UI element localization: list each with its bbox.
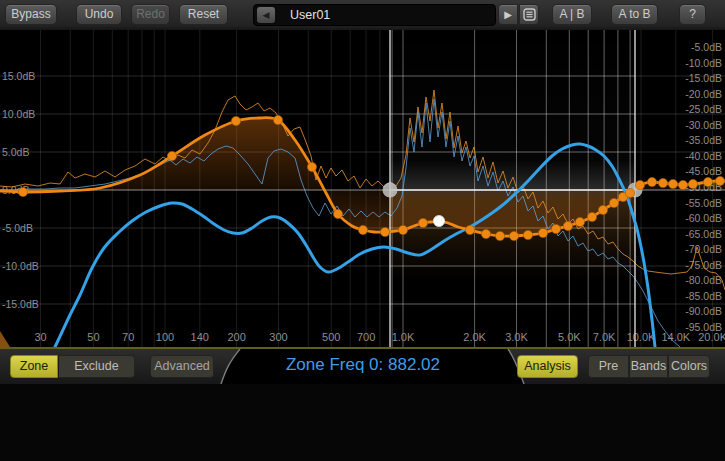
svg-text:-90.0dB: -90.0dB [685, 305, 722, 317]
undo-button[interactable]: Undo [76, 4, 122, 25]
eq-node[interactable] [668, 179, 677, 188]
eq-node[interactable] [509, 231, 518, 240]
eq-node[interactable] [678, 180, 687, 189]
eq-node[interactable] [398, 225, 407, 234]
eq-node[interactable] [575, 217, 584, 226]
eq-node[interactable] [495, 231, 504, 240]
svg-text:-20.0dB: -20.0dB [685, 88, 722, 100]
analyzer-lf-wedge [0, 331, 10, 347]
svg-text:7.0K: 7.0K [593, 331, 616, 343]
exclude-tab[interactable]: Exclude [58, 355, 135, 378]
svg-text:140: 140 [191, 331, 209, 343]
list-icon [523, 8, 536, 21]
svg-text:10.0K: 10.0K [627, 331, 656, 343]
svg-text:-70.0dB: -70.0dB [685, 243, 722, 255]
svg-text:1.0K: 1.0K [392, 331, 415, 343]
svg-text:-60.0dB: -60.0dB [685, 212, 722, 224]
eq-node[interactable] [380, 227, 389, 236]
svg-text:-15.0dB: -15.0dB [685, 72, 722, 84]
eq-node[interactable] [18, 187, 27, 196]
analysis-button[interactable]: Analysis [517, 355, 578, 378]
svg-text:-85.0dB: -85.0dB [685, 290, 722, 302]
eq-node[interactable] [481, 229, 490, 238]
zone-bar: Zone Exclude Advanced Zone Freq 0: 882.0… [0, 349, 725, 384]
eq-node[interactable] [658, 178, 667, 187]
eq-node[interactable] [703, 177, 712, 186]
svg-text:-5.0dB: -5.0dB [2, 222, 33, 234]
svg-text:-15.0dB: -15.0dB [2, 298, 39, 310]
svg-text:15.0dB: 15.0dB [2, 70, 35, 82]
svg-text:-30.0dB: -30.0dB [685, 119, 722, 131]
seq-s-plugin-window: Bypass Undo Redo Reset ◀ User01 ▶ A | B … [0, 0, 725, 461]
help-button[interactable]: ? [679, 4, 706, 25]
eq-node[interactable] [523, 230, 532, 239]
preset-prev-button[interactable]: ◀ [257, 7, 275, 23]
eq-node[interactable] [418, 218, 427, 227]
redo-button[interactable]: Redo [131, 4, 170, 25]
svg-text:-35.0dB: -35.0dB [685, 134, 722, 146]
eq-node[interactable] [358, 225, 367, 234]
svg-text:10.0dB: 10.0dB [2, 108, 35, 120]
eq-node[interactable] [551, 224, 560, 233]
colors-button[interactable]: Colors [668, 355, 710, 378]
eq-node[interactable] [647, 177, 656, 186]
preset-selector: ◀ User01 [253, 4, 496, 26]
svg-text:-25.0dB: -25.0dB [685, 103, 722, 115]
reset-button[interactable]: Reset [179, 4, 228, 25]
eq-node[interactable] [538, 228, 547, 237]
eq-node[interactable] [333, 209, 342, 218]
play-icon: ▶ [504, 9, 512, 20]
eq-node[interactable] [609, 198, 618, 207]
svg-text:30: 30 [34, 331, 46, 343]
pre-button[interactable]: Pre [588, 355, 629, 378]
svg-text:-55.0dB: -55.0dB [685, 197, 722, 209]
svg-text:-10.0dB: -10.0dB [685, 57, 722, 69]
svg-text:2.0K: 2.0K [463, 331, 486, 343]
svg-text:-75.0dB: -75.0dB [685, 259, 722, 271]
svg-text:-5.0dB: -5.0dB [691, 41, 722, 53]
a-to-b-button[interactable]: A to B [611, 4, 658, 25]
eq-node[interactable] [563, 221, 572, 230]
eq-node[interactable] [465, 225, 474, 234]
svg-text:100: 100 [156, 331, 174, 343]
svg-text:-80.0dB: -80.0dB [685, 274, 722, 286]
preset-play-button[interactable]: ▶ [498, 4, 518, 25]
preset-list-button[interactable] [519, 4, 539, 25]
svg-text:300: 300 [269, 331, 287, 343]
eq-node[interactable] [167, 151, 176, 160]
eq-node-selected[interactable] [433, 215, 444, 226]
zone-freq-readout: Zone Freq 0: 882.02 [238, 355, 488, 375]
eq-node[interactable] [635, 180, 644, 189]
toolbar: Bypass Undo Redo Reset ◀ User01 ▶ A | B … [0, 0, 725, 31]
eq-node[interactable] [598, 205, 607, 214]
advanced-button[interactable]: Advanced [150, 355, 214, 378]
preset-name: User01 [290, 8, 330, 22]
eq-node[interactable] [688, 179, 697, 188]
ab-compare-button[interactable]: A | B [552, 4, 592, 25]
svg-text:-40.0dB: -40.0dB [685, 150, 722, 162]
svg-text:50: 50 [87, 331, 99, 343]
svg-text:500: 500 [322, 331, 340, 343]
eq-node[interactable] [625, 188, 634, 197]
svg-text:20.0K: 20.0K [698, 331, 725, 343]
eq-node[interactable] [587, 212, 596, 221]
bands-button[interactable]: Bands [629, 355, 668, 378]
eq-graph[interactable]: 15.0dB10.0dB5.0dB0.0dB-5.0dB-10.0dB-15.0… [0, 30, 725, 347]
footer: NUGEN Audio SEQ-S Linear Phase Spline EQ… [0, 384, 725, 461]
svg-text:200: 200 [227, 331, 245, 343]
eq-node[interactable] [231, 116, 240, 125]
svg-text:-10.0dB: -10.0dB [2, 260, 39, 272]
zone-handle[interactable] [383, 183, 398, 198]
left-arrow-icon: ◀ [263, 10, 270, 20]
eq-node[interactable] [715, 176, 724, 185]
bypass-button[interactable]: Bypass [5, 4, 57, 25]
svg-text:5.0dB: 5.0dB [2, 146, 29, 158]
svg-text:-65.0dB: -65.0dB [685, 228, 722, 240]
eq-graph-canvas: 15.0dB10.0dB5.0dB0.0dB-5.0dB-10.0dB-15.0… [0, 30, 725, 347]
eq-node[interactable] [273, 115, 282, 124]
svg-text:70: 70 [122, 331, 134, 343]
zone-tab[interactable]: Zone [10, 355, 58, 378]
svg-text:5.0K: 5.0K [558, 331, 581, 343]
eq-node[interactable] [307, 162, 316, 171]
svg-text:700: 700 [357, 331, 375, 343]
